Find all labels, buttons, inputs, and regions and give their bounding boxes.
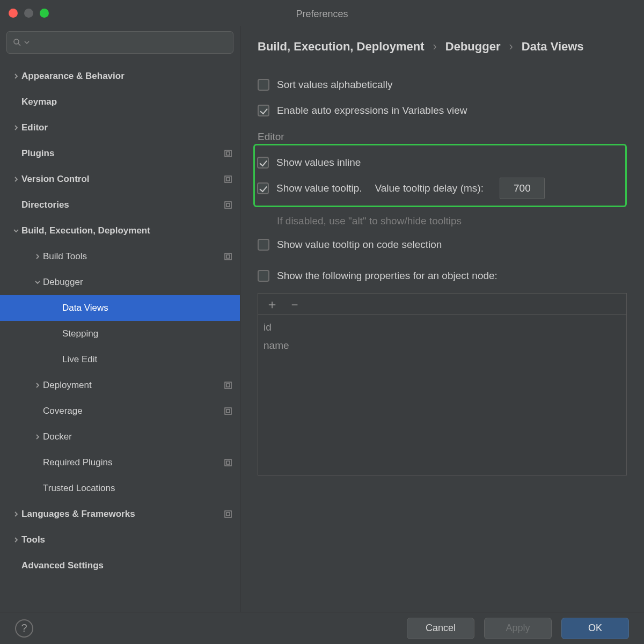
chevron-right-icon — [11, 511, 21, 517]
svg-rect-7 — [226, 203, 230, 207]
delay-label: Value tooltip delay (ms): — [375, 182, 484, 194]
svg-rect-17 — [226, 513, 230, 516]
svg-line-1 — [18, 43, 20, 46]
chevron-right-icon — [32, 254, 43, 259]
svg-rect-14 — [225, 459, 231, 466]
sidebar-item-required-plugins[interactable]: Required Plugins — [0, 450, 240, 475]
sidebar-item-editor[interactable]: Editor — [0, 115, 240, 141]
sidebar-item-label: Keymap — [21, 97, 232, 107]
breadcrumb: Build, Execution, Deployment › Debugger … — [258, 40, 627, 54]
project-scope-icon — [224, 252, 232, 261]
option-sort-alphabetically[interactable]: Sort values alphabetically — [258, 72, 627, 98]
sidebar-item-version-control[interactable]: Version Control — [0, 166, 240, 192]
project-scope-icon — [224, 407, 232, 415]
project-scope-icon — [224, 201, 232, 209]
sidebar-item-label: Live Edit — [62, 354, 232, 365]
chevron-right-icon: › — [433, 40, 436, 54]
sidebar-item-languages-frameworks[interactable]: Languages & Frameworks — [0, 501, 240, 527]
sidebar-item-label: Directories — [21, 200, 219, 210]
sidebar-item-label: Appearance & Behavior — [21, 71, 232, 82]
project-scope-icon — [224, 149, 232, 158]
sidebar-item-coverage[interactable]: Coverage — [0, 398, 240, 424]
sidebar-item-debugger[interactable]: Debugger — [0, 269, 240, 295]
project-scope-icon — [224, 175, 232, 184]
sidebar-item-plugins[interactable]: Plugins — [0, 141, 240, 166]
dialog-footer: ? Cancel Apply OK — [0, 612, 644, 644]
sidebar-item-advanced-settings[interactable]: Advanced Settings — [0, 553, 240, 579]
sidebar-item-label: Tools — [21, 535, 232, 545]
svg-rect-12 — [225, 408, 231, 414]
tooltip-delay-input[interactable] — [500, 178, 545, 199]
sidebar-item-stepping[interactable]: Stepping — [0, 321, 240, 347]
sidebar-item-label: Deployment — [43, 380, 219, 391]
checkbox-unchecked[interactable] — [258, 79, 269, 91]
chevron-right-icon — [32, 383, 43, 388]
properties-list[interactable]: idname — [258, 315, 626, 358]
minimize-window-button[interactable] — [24, 9, 33, 18]
chevron-right-icon — [11, 177, 21, 182]
chevron-right-icon — [11, 74, 21, 79]
checkbox-checked[interactable] — [257, 157, 269, 169]
maximize-window-button[interactable] — [40, 9, 49, 18]
option-tooltip-on-selection[interactable]: Show value tooltip on code selection — [258, 232, 627, 258]
option-auto-expressions[interactable]: Enable auto expressions in Variables vie… — [258, 98, 627, 123]
chevron-right-icon: › — [509, 40, 513, 54]
option-show-value-tooltip[interactable]: Show value tooltip. Value tooltip delay … — [257, 175, 620, 201]
ok-button[interactable]: OK — [561, 618, 629, 639]
help-button[interactable]: ? — [15, 619, 33, 638]
sidebar-item-live-edit[interactable]: Live Edit — [0, 347, 240, 372]
close-window-button[interactable] — [9, 9, 18, 18]
sidebar-item-deployment[interactable]: Deployment — [0, 372, 240, 398]
svg-rect-16 — [225, 511, 231, 517]
svg-rect-13 — [226, 409, 230, 413]
cancel-button[interactable]: Cancel — [407, 618, 474, 639]
window-controls — [9, 9, 49, 18]
checkbox-checked[interactable] — [257, 182, 269, 194]
option-label: Show value tooltip on code selection — [277, 239, 442, 251]
breadcrumb-segment[interactable]: Data Views — [522, 40, 584, 54]
apply-button[interactable]: Apply — [484, 618, 552, 639]
svg-rect-6 — [225, 202, 231, 208]
section-header-editor: Editor — [258, 131, 627, 143]
chevron-right-icon — [11, 125, 21, 130]
svg-rect-4 — [225, 176, 231, 182]
preferences-sidebar: Appearance & BehaviorKeymapEditorPlugins… — [0, 26, 240, 612]
checkbox-unchecked[interactable] — [258, 239, 269, 251]
add-icon[interactable]: ＋ — [266, 296, 279, 313]
sidebar-item-data-views[interactable]: Data Views — [0, 295, 240, 321]
sidebar-item-label: Stepping — [62, 328, 232, 339]
sidebar-item-trusted-locations[interactable]: Trusted Locations — [0, 475, 240, 501]
settings-content: Build, Execution, Deployment › Debugger … — [240, 26, 644, 612]
sidebar-item-keymap[interactable]: Keymap — [0, 89, 240, 115]
sidebar-item-directories[interactable]: Directories — [0, 192, 240, 218]
checkbox-checked[interactable] — [258, 105, 269, 116]
sidebar-item-label: Build, Execution, Deployment — [21, 225, 232, 236]
sidebar-item-build-tools[interactable]: Build Tools — [0, 244, 240, 269]
option-show-values-inline[interactable]: Show values inline — [257, 150, 620, 175]
remove-icon[interactable]: － — [288, 296, 301, 313]
sidebar-item-tools[interactable]: Tools — [0, 527, 240, 553]
option-label: Show the following properties for an obj… — [277, 270, 497, 282]
sidebar-item-docker[interactable]: Docker — [0, 424, 240, 450]
highlighted-region: Show values inline Show value tooltip. V… — [253, 144, 627, 207]
sidebar-item-label: Trusted Locations — [43, 483, 232, 494]
sidebar-item-label: Coverage — [43, 406, 219, 416]
sidebar-item-label: Required Plugins — [43, 457, 219, 468]
sidebar-item-label: Languages & Frameworks — [21, 509, 219, 519]
sidebar-item-build-execution-deployment[interactable]: Build, Execution, Deployment — [0, 218, 240, 244]
option-hint: If disabled, use "alt" to show/hide tool… — [258, 210, 627, 232]
svg-rect-5 — [226, 178, 230, 181]
search-container — [0, 26, 240, 61]
property-list-item[interactable]: name — [264, 336, 621, 355]
option-label: Show value tooltip. — [276, 182, 362, 194]
property-list-item[interactable]: id — [264, 318, 621, 336]
sidebar-item-appearance-behavior[interactable]: Appearance & Behavior — [0, 63, 240, 89]
svg-rect-3 — [226, 152, 230, 155]
chevron-down-icon — [11, 228, 21, 233]
sidebar-item-label: Debugger — [43, 277, 232, 288]
option-object-node-properties[interactable]: Show the following properties for an obj… — [258, 263, 627, 289]
breadcrumb-segment[interactable]: Build, Execution, Deployment — [258, 40, 424, 54]
breadcrumb-segment[interactable]: Debugger — [445, 40, 501, 54]
search-input[interactable] — [6, 31, 233, 54]
checkbox-unchecked[interactable] — [258, 270, 269, 282]
